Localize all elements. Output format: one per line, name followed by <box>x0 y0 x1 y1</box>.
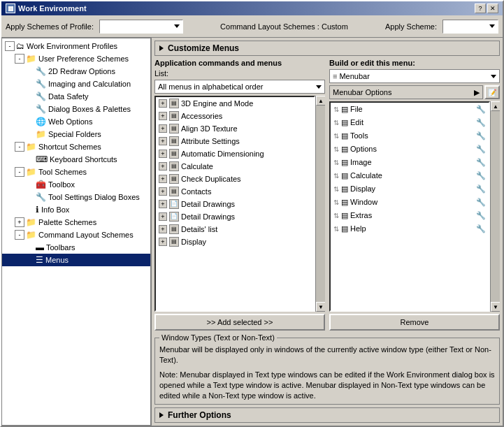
tree-item-keyboard-shortcuts[interactable]: ⌨ Keyboard Shortcuts <box>2 153 150 166</box>
further-options-arrow[interactable] <box>159 412 164 418</box>
tree-item-work-env-profiles[interactable]: - 🗂 Work Environment Profiles <box>2 40 150 52</box>
apply-scheme-dropdown[interactable] <box>442 20 498 34</box>
apply-scheme-dropdown-arrow <box>489 24 495 28</box>
expand-user-preference[interactable]: - <box>15 54 24 64</box>
scroll-up[interactable]: ▲ <box>491 101 500 111</box>
menu-item-window[interactable]: ⇅ ▤ Window 🔧 <box>331 196 489 209</box>
menu-item-options[interactable]: ⇅ ▤ Options 🔧 <box>331 143 489 156</box>
menu-item-icon: ▤ <box>341 223 348 235</box>
list-item[interactable]: + ▤ Calculate <box>156 160 314 173</box>
scroll-track[interactable] <box>491 111 500 302</box>
menu-item-display[interactable]: ⇅ ▤ Display 🔧 <box>331 182 489 196</box>
indent-placeholder <box>24 205 34 215</box>
remove-button[interactable]: Remove <box>329 314 500 331</box>
tree-item-dialog-boxes[interactable]: 🔧 Dialog Boxes & Palettes <box>2 103 150 115</box>
further-options-header: Further Options <box>154 407 500 423</box>
scroll-down[interactable]: ▼ <box>316 302 325 312</box>
menu-item-tools[interactable]: ⇅ ▤ Tools 🔧 <box>331 129 489 143</box>
help-button[interactable]: ? <box>475 3 486 13</box>
tree-item-user-preference[interactable]: - 📁 User Preference Schemes <box>2 52 150 65</box>
scroll-down[interactable]: ▼ <box>491 302 500 312</box>
tree-item-command-layout[interactable]: - 📁 Command Layout Schemes <box>2 229 150 241</box>
tree-item-toolbars[interactable]: ▬ Toolbars <box>2 241 150 254</box>
menu-item-help[interactable]: ⇅ ▤ Help 🔧 <box>331 222 489 236</box>
tree-item-shortcut-schemes[interactable]: - 📁 Shortcut Schemes <box>2 140 150 153</box>
item-icon: ▤ <box>169 136 179 146</box>
list-item[interactable]: + ▤ Details' list <box>156 223 314 236</box>
expand-shortcut-schemes[interactable]: - <box>15 142 24 152</box>
expand-command-layout[interactable]: - <box>15 230 24 240</box>
menu-tree-scrollbar[interactable]: ▲ ▼ <box>490 101 500 312</box>
tree-item-imaging[interactable]: 🔧 Imaging and Calculation <box>2 78 150 90</box>
tree-item-toolbox[interactable]: 🧰 Toolbox <box>2 178 150 191</box>
folder-icon: 🗂 <box>16 41 24 52</box>
list-item[interactable]: + ▤ Check Duplicates <box>156 173 314 185</box>
item-icon: 🔧 <box>476 210 486 222</box>
leaf-icon: 🔧 <box>36 66 46 77</box>
tree-item-info-box[interactable]: ℹ Info Box <box>2 203 150 216</box>
scroll-up[interactable]: ▲ <box>316 96 325 106</box>
leaf-icon: 🔧 <box>36 78 46 89</box>
expand-palette-schemes[interactable]: + <box>15 217 24 227</box>
sort-icon: ⇅ <box>333 157 339 168</box>
expand-icon: + <box>159 112 167 120</box>
tree-label: Imaging and Calculation <box>48 78 131 89</box>
list-item[interactable]: + 📄 Detail Drawings <box>156 198 314 210</box>
expand-tool-schemes[interactable]: - <box>15 167 24 177</box>
tree-item-tool-settings[interactable]: 🔧 Tool Settings Dialog Boxes <box>2 191 150 203</box>
sort-icon: ⇅ <box>333 103 339 115</box>
sort-icon: ⇅ <box>333 170 339 182</box>
center-label: Command Layout Schemes : Custom <box>189 22 380 31</box>
menubar-select[interactable]: ≡ Menubar <box>329 69 500 83</box>
filter-dropdown[interactable]: All menus in alphabetical order <box>154 80 325 94</box>
sort-icon: ⇅ <box>333 143 339 155</box>
list-item[interactable]: + 📄 Detail Drawings <box>156 210 314 223</box>
menubar-label: Menubar <box>339 72 369 80</box>
expand-icon: + <box>159 225 167 233</box>
menu-tree-list[interactable]: ⇅ ▤ File 🔧 ⇅ ▤ Edit 🔧 <box>329 101 490 312</box>
item-icon: ▤ <box>169 237 179 247</box>
tree-item-palette-schemes[interactable]: + 📁 Palette Schemes <box>2 216 150 229</box>
collapse-arrow[interactable] <box>159 45 164 51</box>
list-item[interactable]: + ▤ Accessories <box>156 110 314 122</box>
menu-item-extras[interactable]: ⇅ ▤ Extras 🔧 <box>331 209 489 222</box>
menu-item-edit[interactable]: ⇅ ▤ Edit 🔧 <box>331 116 489 129</box>
palette-icon: 📁 <box>26 217 36 228</box>
tree-item-2d-redraw[interactable]: 🔧 2D Redraw Options <box>2 65 150 78</box>
item-icon: 🔧 <box>476 183 486 195</box>
close-button[interactable]: ✕ <box>487 3 498 13</box>
tree-label: Toolbox <box>48 179 75 190</box>
list-item[interactable]: + ▤ Display <box>156 236 314 248</box>
menubar-dropdown-area: ≡ Menubar <box>329 69 500 83</box>
window-title: Work Environment <box>18 4 87 13</box>
menu-item-calculate[interactable]: ⇅ ▤ Calculate 🔧 <box>331 169 489 182</box>
menu-item-file[interactable]: ⇅ ▤ File 🔧 <box>331 103 489 116</box>
expand-icon: + <box>159 238 167 246</box>
title-bar: ▦ Work Environment ? ✕ <box>1 1 503 15</box>
group-icon: 📁 <box>26 141 36 152</box>
menubar-options-btn[interactable]: Menubar Options ▶ <box>329 85 483 99</box>
list-scrollbar[interactable]: ▲ ▼ <box>315 96 325 312</box>
edit-icon-btn[interactable]: 📝 <box>484 85 500 99</box>
item-icon: ▤ <box>169 174 179 184</box>
list-item[interactable]: + ▤ 3D Engine and Mode <box>156 97 314 110</box>
list-item[interactable]: + ▤ Contacts <box>156 185 314 198</box>
profile-dropdown[interactable] <box>99 20 183 34</box>
list-item[interactable]: + ▤ Attribute Settings <box>156 135 314 147</box>
window-types-legend: Window Types (Text or Non-Text) <box>159 333 277 342</box>
tree-item-menus[interactable]: ☰ Menus <box>2 254 150 266</box>
list-item[interactable]: + ▤ Automatic Dimensioning <box>156 147 314 160</box>
sort-icon: ⇅ <box>333 117 339 129</box>
indent-placeholder <box>24 66 34 76</box>
menu-item-image[interactable]: ⇅ ▤ Image 🔧 <box>331 156 489 169</box>
commands-list[interactable]: + ▤ 3D Engine and Mode + ▤ Accessories + <box>154 96 315 312</box>
tree-item-special-folders[interactable]: 📁 Special Folders <box>2 128 150 140</box>
tree-item-data-safety[interactable]: 🔧 Data Safety <box>2 90 150 103</box>
menubar-icon: ≡ <box>333 72 337 80</box>
tree-item-tool-schemes[interactable]: - 📁 Tool Schemes <box>2 166 150 178</box>
scroll-track[interactable] <box>316 106 325 302</box>
list-item[interactable]: + ▤ Align 3D Texture <box>156 122 314 135</box>
tree-item-web-options[interactable]: 🌐 Web Options <box>2 115 150 128</box>
expand-work-env-profiles[interactable]: - <box>5 41 15 51</box>
add-selected-button[interactable]: >> Add selected >> <box>154 314 325 331</box>
